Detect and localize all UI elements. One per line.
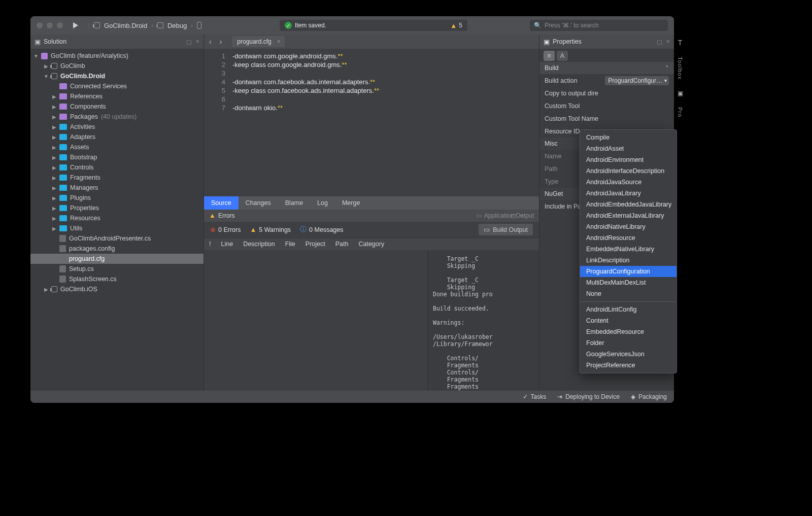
dropdown-item[interactable]: AndroidNativeLibrary (580, 221, 676, 232)
warnings-filter[interactable]: ▲5 Warnings (250, 226, 291, 233)
column-header[interactable]: Description (243, 240, 275, 248)
dropdown-item[interactable]: AndroidEmbeddedJavaLibrary (580, 199, 676, 210)
dropdown-item[interactable]: AndroidEnvironment (580, 154, 676, 165)
tree-item[interactable]: ▶References (30, 91, 204, 101)
status-packaging[interactable]: ◈Packaging (631, 393, 667, 400)
source-mode-tabs[interactable]: SourceChangesBlameLogMerge (204, 196, 539, 210)
dropdown-item[interactable]: Content (580, 315, 676, 326)
tree-item[interactable]: ▶Managers (30, 183, 204, 193)
dropdown-item[interactable]: ProjectReference (580, 360, 676, 371)
src-tab-log[interactable]: Log (310, 196, 335, 210)
errors-filter[interactable]: ⊗0 Errors (210, 226, 241, 233)
properties-rail-icon[interactable]: ▣ (678, 90, 683, 97)
dropdown-item[interactable]: ProguardConfiguration (580, 266, 676, 277)
close-icon[interactable]: × (666, 38, 670, 46)
tree-item[interactable]: packages.config (30, 244, 204, 254)
global-search[interactable]: 🔍 Press '⌘.' to search (530, 20, 668, 31)
tree-item[interactable]: ▼GoClimb.Droid (30, 71, 204, 81)
project-rail-label[interactable]: Pro (677, 107, 683, 117)
app-output-tab[interactable]: ▭Application Output (476, 212, 534, 219)
build-output-button[interactable]: ▭Build Output (479, 224, 533, 235)
dropdown-item[interactable]: AndroidInterfaceDescription (580, 165, 676, 177)
dropdown-item[interactable]: GoogleServicesJson (580, 349, 676, 360)
nav-forward-button[interactable]: › (218, 38, 224, 46)
popout-icon[interactable]: ◻ (657, 38, 662, 46)
tree-item[interactable]: ▶Assets (30, 142, 204, 152)
status-tasks[interactable]: ✓Tasks (523, 393, 547, 400)
tree-item[interactable]: ▶Bootstrap (30, 152, 204, 162)
tree-item[interactable]: ▶Activities (30, 122, 204, 132)
src-tab-blame[interactable]: Blame (278, 196, 310, 210)
error-list[interactable] (204, 250, 427, 391)
tree-item[interactable]: Setup.cs (30, 264, 204, 274)
prop-row[interactable]: Custom Tool Name (539, 112, 674, 125)
close-icon[interactable]: × (196, 38, 199, 46)
messages-filter[interactable]: ⓘ0 Messages (300, 225, 343, 234)
solution-tree[interactable]: ▼GoClimb (feature/Analytics)▶GoClimb▼GoC… (30, 49, 204, 391)
dropdown-item[interactable]: AndroidResource (580, 232, 676, 244)
src-tab-changes[interactable]: Changes (239, 196, 278, 210)
run-config-breadcrumb[interactable]: GoClimb.Droid › Debug › (88, 22, 201, 29)
tree-item[interactable]: SplashScreen.cs (30, 274, 204, 284)
alphabetical-toggle[interactable]: A (557, 51, 568, 61)
dropdown-item[interactable]: AndroidLintConfig (580, 304, 676, 315)
status-deploying[interactable]: ⇥Deploying to Device (557, 393, 620, 400)
prop-row[interactable]: Copy to output dire (539, 87, 674, 99)
column-header[interactable]: Project (306, 240, 325, 248)
popout-icon[interactable]: ◻ (186, 38, 192, 46)
tree-item[interactable]: ▶Adapters (30, 132, 204, 142)
tree-item[interactable]: ▶Utils (30, 223, 204, 233)
dropdown-item[interactable]: Compile (580, 132, 676, 143)
minimize-dot[interactable] (47, 22, 53, 28)
tree-item[interactable]: ▶Plugins (30, 193, 204, 203)
tree-item[interactable]: ▶Controls (30, 162, 204, 173)
dropdown-item[interactable]: EmbeddedResource (580, 326, 676, 337)
src-tab-merge[interactable]: Merge (335, 196, 367, 210)
dropdown-item[interactable]: LinkDescription (580, 255, 676, 266)
column-header[interactable]: Path (335, 240, 349, 248)
tree-item[interactable]: GoClimbAndroidPresenter.cs (30, 233, 204, 244)
dropdown-item[interactable]: AndroidJavaSource (580, 177, 676, 188)
tree-item[interactable]: ▶Packages (40 updates) (30, 112, 204, 122)
column-header[interactable]: Line (221, 240, 233, 248)
prop-row[interactable]: Custom Tool (539, 99, 674, 112)
tree-item[interactable]: ▶Resources (30, 213, 204, 223)
code-editor[interactable]: 1234567 -dontwarn com.google.android.gms… (204, 49, 539, 196)
dropdown-item[interactable]: None (580, 288, 676, 299)
column-header[interactable]: ! (209, 240, 211, 248)
tree-item[interactable]: ▶GoClimb (30, 61, 204, 71)
dropdown-item[interactable]: EmbeddedNativeLibrary (580, 244, 676, 255)
close-tab-icon[interactable]: × (277, 38, 281, 45)
build-action-dropdown[interactable]: CompileAndroidAssetAndroidEnvironmentAnd… (580, 129, 677, 373)
dropdown-item[interactable]: AndroidJavaLibrary (580, 188, 676, 199)
dropdown-item[interactable]: AndroidAsset (580, 143, 676, 154)
window-controls[interactable] (37, 22, 63, 28)
dropdown-item[interactable]: MultiDexMainDexList (580, 277, 676, 288)
run-button[interactable] (73, 22, 78, 28)
column-header[interactable]: File (285, 240, 295, 248)
dropdown-item[interactable]: Folder (580, 337, 676, 349)
prop-row[interactable]: Build actionProguardConfigur…▾ (539, 74, 674, 87)
dropdown-item[interactable]: AndroidExternalJavaLibrary (580, 210, 676, 221)
section-build[interactable]: Build˄ (539, 62, 674, 74)
build-log[interactable]: Target _C Skipping Target _C Skipping Do… (427, 250, 539, 391)
file-tab[interactable]: proguard.cfg × (232, 36, 284, 47)
zoom-dot[interactable] (57, 22, 63, 28)
warnings-chip[interactable]: ▲ 5 (450, 22, 462, 29)
tree-item[interactable]: ▶Components (30, 101, 204, 112)
tree-item[interactable]: ▶GoClimb.iOS (30, 284, 204, 294)
tree-item[interactable]: ▶Properties (30, 203, 204, 213)
tree-item[interactable]: Connected Services (30, 81, 204, 91)
column-header[interactable]: Category (358, 240, 384, 248)
categorized-toggle[interactable]: ≡ (544, 51, 555, 61)
solution-root[interactable]: ▼GoClimb (feature/Analytics) (30, 51, 204, 61)
tree-item[interactable]: ▶Fragments (30, 173, 204, 183)
code-content[interactable]: -dontwarn com.google.android.gms.**-keep… (229, 49, 379, 196)
toolbox-rail-icon[interactable]: T (678, 39, 683, 47)
errors-tab[interactable]: ▲Errors (209, 212, 235, 219)
close-dot[interactable] (37, 22, 43, 28)
nav-back-button[interactable]: ‹ (207, 38, 214, 46)
tree-item[interactable]: proguard.cfg (30, 254, 204, 264)
toolbox-rail-label[interactable]: Toolbox (677, 57, 683, 80)
src-tab-source[interactable]: Source (204, 196, 239, 210)
